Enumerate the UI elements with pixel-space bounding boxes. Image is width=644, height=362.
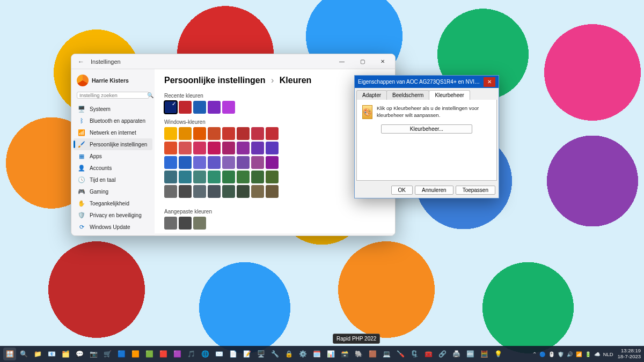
color-swatch[interactable] bbox=[164, 142, 177, 154]
color-swatch[interactable] bbox=[222, 185, 235, 198]
sidebar-item-apps[interactable]: ▦Apps bbox=[74, 150, 152, 162]
color-swatch[interactable] bbox=[251, 127, 264, 140]
minimize-button[interactable]: — bbox=[332, 54, 352, 69]
color-swatch[interactable] bbox=[193, 185, 206, 198]
color-management-button[interactable]: Kleurbeheer... bbox=[381, 124, 472, 134]
taskbar-app-icon[interactable]: 🧰 bbox=[422, 348, 435, 360]
color-swatch[interactable] bbox=[164, 156, 177, 169]
color-swatch[interactable] bbox=[179, 217, 192, 230]
close-button[interactable]: ✕ bbox=[372, 54, 393, 69]
taskbar-app-icon[interactable]: 📷 bbox=[87, 348, 100, 360]
taskbar-app-icon[interactable]: 🔧 bbox=[268, 348, 281, 360]
tray-icon[interactable]: 🔊 bbox=[567, 351, 573, 357]
sidebar-item-accounts[interactable]: 👤Accounts bbox=[74, 162, 152, 174]
color-swatch[interactable] bbox=[208, 142, 221, 154]
taskbar-app-icon[interactable]: 📝 bbox=[240, 348, 253, 360]
color-swatch[interactable] bbox=[208, 101, 221, 114]
color-swatch[interactable] bbox=[208, 185, 221, 198]
color-swatch[interactable] bbox=[179, 156, 192, 169]
color-swatch[interactable] bbox=[164, 217, 177, 230]
taskbar-app-icon[interactable]: 📁 bbox=[31, 348, 44, 360]
color-swatch[interactable] bbox=[222, 142, 235, 154]
color-swatch[interactable] bbox=[164, 101, 177, 114]
taskbar-app-icon[interactable]: 🐘 bbox=[352, 348, 365, 360]
color-swatch[interactable] bbox=[222, 127, 235, 140]
color-swatch[interactable] bbox=[222, 101, 235, 114]
taskbar-app-icon[interactable]: 🟩 bbox=[143, 348, 156, 360]
sidebar-item-bluetooth-en-apparaten[interactable]: ᛒBluetooth en apparaten bbox=[74, 115, 152, 127]
taskbar-app-icon[interactable]: 🔍 bbox=[17, 348, 30, 360]
taskbar-app-icon[interactable]: 💡 bbox=[492, 348, 504, 360]
color-swatch[interactable] bbox=[164, 185, 177, 198]
color-swatch[interactable] bbox=[266, 156, 279, 169]
taskbar-app-icon[interactable]: 📄 bbox=[226, 348, 239, 360]
color-swatch[interactable] bbox=[266, 142, 279, 154]
taskbar-app-icon[interactable]: 🗂️ bbox=[59, 348, 72, 360]
taskbar-app-icon[interactable]: 🖥️ bbox=[254, 348, 267, 360]
taskbar-app-icon[interactable]: 🔒 bbox=[282, 348, 295, 360]
tray-icon[interactable]: 📶 bbox=[576, 351, 582, 357]
sidebar-item-toegankelijkheid[interactable]: ✋Toegankelijkheid bbox=[74, 197, 152, 209]
taskbar-clock[interactable]: 13:28:19 18-7-2023 bbox=[618, 348, 641, 360]
taskbar-app-icon[interactable]: ⚙️ bbox=[296, 348, 309, 360]
color-swatch[interactable] bbox=[179, 127, 192, 140]
tray-icon[interactable]: ☁️ bbox=[594, 351, 601, 357]
taskbar-app-icon[interactable]: ✉️ bbox=[213, 348, 225, 360]
sidebar-item-systeem[interactable]: 🖥️Systeem bbox=[74, 103, 152, 115]
taskbar-app-icon[interactable]: 🛒 bbox=[101, 348, 114, 360]
ok-button[interactable]: OK bbox=[391, 186, 413, 195]
taskbar-app-icon[interactable]: 📧 bbox=[45, 348, 58, 360]
color-swatch[interactable] bbox=[251, 142, 264, 154]
taskbar-app-icon[interactable]: 💻 bbox=[380, 348, 393, 360]
taskbar-app-icon[interactable]: 🗃️ bbox=[338, 348, 351, 360]
tray-icon[interactable]: 🔋 bbox=[585, 351, 591, 357]
taskbar-app-icon[interactable]: 🔗 bbox=[436, 348, 449, 360]
maximize-button[interactable]: ▢ bbox=[352, 54, 372, 69]
color-swatch[interactable] bbox=[193, 156, 206, 169]
tray-icon[interactable]: ⌃ bbox=[532, 351, 537, 357]
color-swatch[interactable] bbox=[237, 127, 250, 140]
settings-search[interactable]: 🔍 bbox=[77, 92, 149, 99]
color-swatch[interactable] bbox=[266, 127, 279, 140]
taskbar-app-icon[interactable]: 🟧 bbox=[129, 348, 142, 360]
color-swatch[interactable] bbox=[164, 171, 177, 183]
sidebar-item-privacy-en-beveiliging[interactable]: 🛡️Privacy en beveiliging bbox=[74, 209, 152, 221]
color-swatch[interactable] bbox=[266, 185, 279, 198]
taskbar-app-icon[interactable]: 🗓️ bbox=[310, 348, 323, 360]
color-swatch[interactable] bbox=[193, 142, 206, 154]
taskbar-app-icon[interactable]: 🖨️ bbox=[450, 348, 463, 360]
taskbar-app-icon[interactable]: 🔤 bbox=[464, 348, 477, 360]
color-swatch[interactable] bbox=[251, 171, 264, 183]
tab-beeldscherm[interactable]: Beeldscherm bbox=[386, 90, 429, 100]
color-swatch[interactable] bbox=[193, 217, 206, 230]
color-swatch[interactable] bbox=[193, 171, 206, 183]
user-profile[interactable]: Harrie Kisters bbox=[74, 72, 152, 91]
color-swatch[interactable] bbox=[237, 156, 250, 169]
tab-kleurbeheer[interactable]: Kleurbeheer bbox=[429, 90, 470, 100]
tray-icon[interactable]: 🔵 bbox=[539, 351, 546, 357]
taskbar-app-icon[interactable]: 🟦 bbox=[115, 348, 128, 360]
color-swatch[interactable] bbox=[237, 142, 250, 154]
tab-adapter[interactable]: Adapter bbox=[356, 90, 387, 100]
taskbar-app-icon[interactable]: 🗜️ bbox=[408, 348, 421, 360]
cancel-button[interactable]: Annuleren bbox=[415, 186, 453, 195]
color-swatch[interactable] bbox=[266, 171, 279, 183]
apply-button[interactable]: Toepassen bbox=[456, 186, 495, 195]
taskbar-app-icon[interactable]: 🟫 bbox=[366, 348, 379, 360]
color-swatch[interactable] bbox=[164, 127, 177, 140]
props-close-button[interactable]: ✕ bbox=[484, 77, 495, 87]
color-swatch[interactable] bbox=[193, 101, 206, 114]
search-input[interactable] bbox=[79, 92, 147, 98]
color-swatch[interactable] bbox=[251, 156, 264, 169]
sidebar-item-persoonlijke-instellingen[interactable]: 🖌️Persoonlijke instellingen bbox=[74, 138, 152, 150]
sidebar-item-tijd-en-taal[interactable]: 🕓Tijd en taal bbox=[74, 174, 152, 186]
back-button[interactable]: ← bbox=[74, 58, 89, 65]
breadcrumb-parent[interactable]: Persoonlijke instellingen bbox=[164, 76, 266, 85]
taskbar-app-icon[interactable]: 🟥 bbox=[157, 348, 170, 360]
color-swatch[interactable] bbox=[237, 171, 250, 183]
color-swatch[interactable] bbox=[193, 127, 206, 140]
taskbar-app-icon[interactable]: 🟪 bbox=[171, 348, 184, 360]
sidebar-item-gaming[interactable]: 🎮Gaming bbox=[74, 186, 152, 197]
color-swatch[interactable] bbox=[208, 127, 221, 140]
color-swatch[interactable] bbox=[179, 171, 192, 183]
